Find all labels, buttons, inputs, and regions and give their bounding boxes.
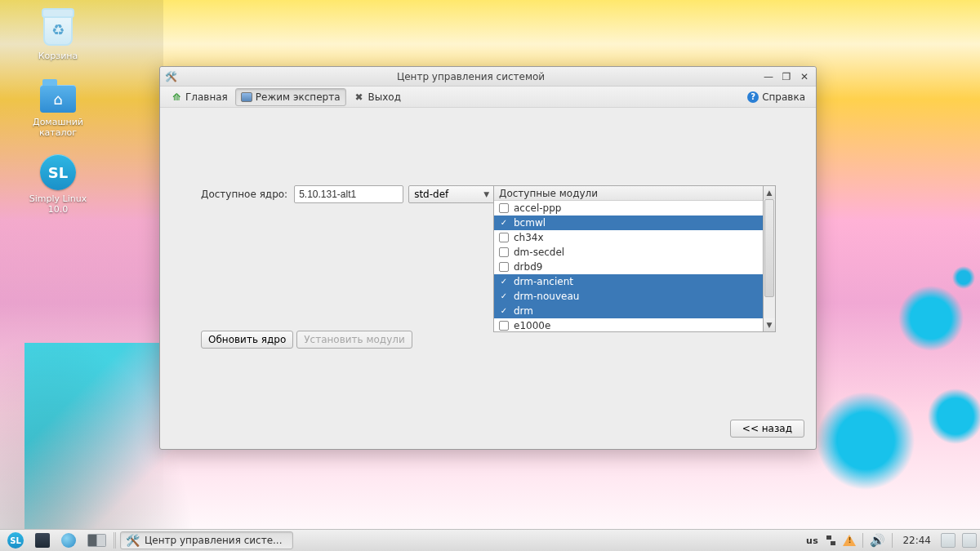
action-row: Обновить ядро Установить модули xyxy=(201,331,412,349)
tray-notification[interactable] xyxy=(843,535,856,546)
back-button[interactable]: << назад xyxy=(730,420,804,438)
taskbar-task-control-center[interactable]: 🛠️ Центр управления систе... xyxy=(120,531,293,549)
system-tray: us 🔊 22:44 xyxy=(806,533,977,548)
module-row[interactable]: dm-secdel xyxy=(494,245,763,260)
module-name: bcmwl xyxy=(514,217,546,229)
help-icon: ? xyxy=(747,91,759,103)
show-desktop-icon xyxy=(35,533,50,548)
tray-applet-icon xyxy=(941,533,956,548)
tray-keyboard-layout[interactable]: us xyxy=(806,535,818,546)
window-client-area: Доступное ядро: std-def ▼ Доступные моду… xyxy=(160,108,816,449)
close-button[interactable]: ✕ xyxy=(796,70,813,83)
taskbar-workspace-switcher[interactable] xyxy=(83,531,110,549)
desktop-home-folder[interactable]: Домашний каталог xyxy=(13,76,103,138)
checkbox-icon[interactable] xyxy=(499,321,509,331)
toolbar-expert-label: Режим эксперта xyxy=(256,91,341,103)
globe-icon xyxy=(61,533,76,548)
toolbar-help[interactable]: ? Справка xyxy=(742,88,811,106)
task-app-icon: 🛠️ xyxy=(126,534,140,547)
kernel-row: Доступное ядро: std-def ▼ xyxy=(201,185,495,203)
module-name: drm xyxy=(514,305,533,317)
checkbox-icon[interactable]: ✓ xyxy=(499,218,509,228)
module-name: dm-secdel xyxy=(514,247,564,258)
checkbox-icon[interactable] xyxy=(499,233,509,242)
desktop-icons: Корзина Домашний каталог SL Simply Linux… xyxy=(13,10,103,229)
tray-volume[interactable]: 🔊 xyxy=(870,533,885,548)
app-icon: 🛠️ xyxy=(163,69,178,84)
warning-icon xyxy=(843,535,856,546)
desktop-trash[interactable]: Корзина xyxy=(13,10,103,61)
tray-applet-2[interactable] xyxy=(962,533,977,548)
kernel-label: Доступное ядро: xyxy=(201,189,287,200)
taskbar-show-desktop[interactable] xyxy=(31,531,54,549)
modules-scrollbar[interactable]: ▲ ▼ xyxy=(763,185,776,332)
module-row[interactable]: drbd9 xyxy=(494,260,763,274)
checkbox-icon[interactable]: ✓ xyxy=(499,277,509,287)
monitor-icon xyxy=(241,91,252,103)
modules-header: Доступные модули xyxy=(494,186,763,201)
desktop-simply-linux[interactable]: SL Simply Linux 10.0 xyxy=(13,153,103,215)
module-row[interactable]: ch34x xyxy=(494,230,763,245)
modules-listbox[interactable]: Доступные модули accel-ppp✓bcmwlch34xdm-… xyxy=(493,185,763,332)
taskbar-start-button[interactable]: SL xyxy=(3,531,28,549)
kernel-flavor-value: std-def xyxy=(414,189,448,200)
module-name: ch34x xyxy=(514,232,544,243)
window-titlebar[interactable]: 🛠️ Центр управления системой — ❐ ✕ xyxy=(160,67,816,87)
module-name: drbd9 xyxy=(514,261,542,273)
install-modules-button: Установить модули xyxy=(296,331,412,349)
tray-applet-1[interactable] xyxy=(941,533,956,548)
checkbox-icon[interactable] xyxy=(499,262,509,272)
module-name: e1000e xyxy=(514,320,550,331)
tray-applet-icon xyxy=(962,533,977,548)
module-name: drm-ancient xyxy=(514,276,573,287)
module-row[interactable]: e1000e xyxy=(494,318,763,332)
window-title: Центр управления системой xyxy=(183,71,759,82)
checkbox-icon[interactable]: ✓ xyxy=(499,291,509,301)
exit-icon: ✖ xyxy=(354,91,365,103)
scroll-thumb[interactable] xyxy=(764,199,774,297)
tray-clock[interactable]: 22:44 xyxy=(899,535,934,546)
toolbar-home[interactable]: ⟰ Главная xyxy=(165,88,234,106)
tray-separator xyxy=(892,533,893,548)
module-name: accel-ppp xyxy=(514,202,561,214)
maximize-button[interactable]: ❐ xyxy=(778,70,795,83)
module-name: drm-nouveau xyxy=(514,291,579,302)
trash-icon xyxy=(38,10,78,49)
checkbox-icon[interactable] xyxy=(499,247,509,257)
desktop-home-label: Домашний каталог xyxy=(33,117,83,138)
start-icon: SL xyxy=(7,532,24,549)
tray-network[interactable] xyxy=(825,535,836,546)
task-title: Центр управления систе... xyxy=(145,535,283,546)
toolbar-help-label: Справка xyxy=(762,91,805,103)
simply-linux-icon: SL xyxy=(38,153,78,192)
minimize-button[interactable]: — xyxy=(760,70,777,83)
desktop-trash-label: Корзина xyxy=(38,51,78,61)
module-row[interactable]: ✓drm xyxy=(494,304,763,318)
tray-separator xyxy=(862,533,863,548)
module-row[interactable]: ✓drm-ancient xyxy=(494,274,763,289)
volume-icon: 🔊 xyxy=(870,533,885,548)
update-kernel-button[interactable]: Обновить ядро xyxy=(201,331,293,349)
toolbar-exit-label: Выход xyxy=(368,91,401,103)
scroll-track[interactable] xyxy=(764,199,775,318)
toolbar-expert-mode[interactable]: Режим эксперта xyxy=(235,88,346,106)
network-icon xyxy=(825,535,836,546)
toolbar-exit[interactable]: ✖ Выход xyxy=(348,88,407,106)
checkbox-icon[interactable]: ✓ xyxy=(499,306,509,316)
scroll-up-button[interactable]: ▲ xyxy=(764,186,775,199)
window-toolbar: ⟰ Главная Режим эксперта ✖ Выход ? Справ… xyxy=(160,87,816,108)
kernel-flavor-combo[interactable]: std-def ▼ xyxy=(408,185,495,203)
scroll-down-button[interactable]: ▼ xyxy=(764,318,775,331)
taskbar: SL 🛠️ Центр управления систе... us 🔊 22:… xyxy=(0,529,980,551)
taskbar-browser[interactable] xyxy=(57,531,80,549)
kernel-version-input[interactable] xyxy=(294,185,403,203)
module-row[interactable]: accel-ppp xyxy=(494,201,763,216)
checkbox-icon[interactable] xyxy=(499,203,509,213)
modules-panel: Доступные модули accel-ppp✓bcmwlch34xdm-… xyxy=(493,185,776,332)
home-folder-icon xyxy=(38,76,78,115)
module-row[interactable]: ✓bcmwl xyxy=(494,216,763,230)
control-center-window: 🛠️ Центр управления системой — ❐ ✕ ⟰ Гла… xyxy=(159,66,817,450)
module-row[interactable]: ✓drm-nouveau xyxy=(494,289,763,304)
home-icon: ⟰ xyxy=(171,91,182,103)
chevron-down-icon: ▼ xyxy=(483,190,489,198)
